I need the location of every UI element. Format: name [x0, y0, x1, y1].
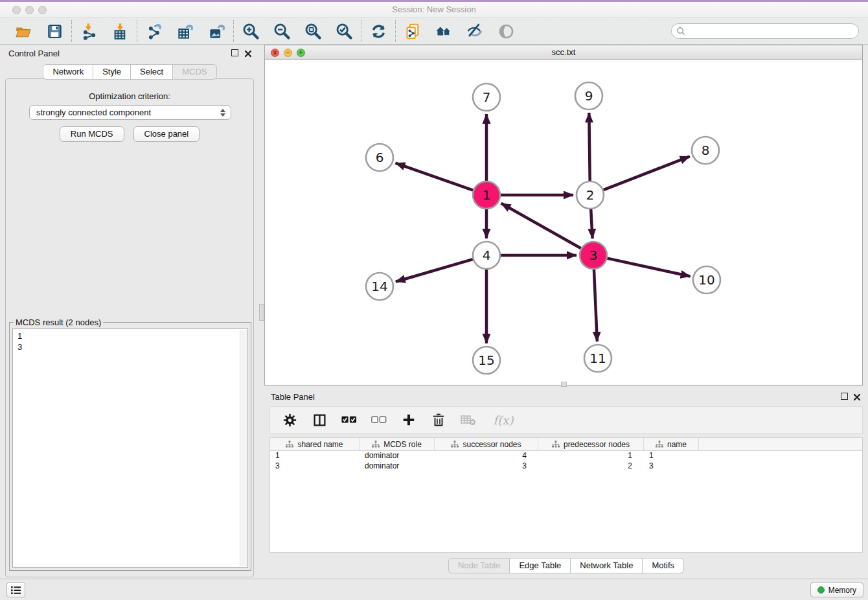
cell-shared-name[interactable]: 1	[270, 451, 360, 461]
tab-network[interactable]: Network	[43, 64, 93, 80]
edge-1-6[interactable]	[396, 163, 474, 190]
column-header-successor-nodes[interactable]: successor nodes	[435, 438, 538, 450]
cell-name[interactable]: 3	[644, 461, 699, 472]
zoom-in-button[interactable]	[242, 22, 260, 40]
function-builder-button[interactable]: f(x)	[490, 412, 516, 428]
refresh-button[interactable]	[369, 22, 387, 40]
edge-3-10[interactable]	[607, 259, 690, 277]
table-row[interactable]: 3dominator323	[270, 461, 862, 472]
edge-2-3[interactable]	[591, 209, 592, 238]
network-canvas[interactable]: 1234678910111415	[265, 60, 862, 385]
export-network-icon	[146, 23, 163, 40]
tab-motifs[interactable]: Motifs	[643, 558, 684, 573]
cell-predecessor-nodes[interactable]: 1	[538, 451, 644, 461]
node-6[interactable]: 6	[366, 144, 393, 171]
import-table-button[interactable]	[111, 22, 129, 40]
table-settings-button[interactable]	[282, 412, 297, 428]
eye-slash-icon	[466, 22, 484, 40]
import-network-button[interactable]	[80, 22, 98, 40]
node-14[interactable]: 14	[366, 273, 393, 300]
show-column-button[interactable]	[312, 412, 327, 428]
result-scrollbar[interactable]	[240, 330, 247, 566]
cell-shared-name[interactable]: 3	[270, 461, 360, 472]
node-7[interactable]: 7	[473, 84, 500, 111]
float-panel-icon[interactable]	[231, 49, 238, 56]
memory-button[interactable]: Memory	[810, 583, 863, 597]
mcds-result-group: MCDS result (2 nodes) 1 3	[9, 322, 251, 571]
task-list-icon	[10, 586, 21, 595]
tab-edge-table[interactable]: Edge Table	[510, 558, 571, 573]
table-panel-title: Table Panel	[271, 392, 315, 402]
delete-column-button[interactable]	[431, 412, 446, 428]
edge-4-14[interactable]	[396, 259, 473, 282]
close-panel-icon[interactable]	[244, 49, 252, 60]
gear-icon	[283, 413, 297, 427]
task-history-button[interactable]	[6, 583, 25, 597]
tab-mcds[interactable]: MCDS	[173, 64, 216, 80]
zoom-out-button[interactable]	[273, 22, 291, 40]
tab-style[interactable]: Style	[93, 64, 131, 80]
hierarchy-icon	[372, 441, 380, 448]
cell-predecessor-nodes[interactable]: 2	[538, 461, 644, 472]
search-container	[671, 23, 859, 39]
cell-mcds-role[interactable]: dominator	[360, 451, 435, 461]
export-table-icon	[177, 23, 194, 40]
network-overview-button[interactable]	[435, 22, 453, 40]
column-header-shared-name[interactable]: shared name	[270, 438, 360, 450]
cell-successor-nodes[interactable]: 4	[435, 451, 538, 461]
hierarchy-icon	[286, 441, 293, 448]
open-session-button[interactable]	[14, 22, 32, 40]
edge-2-9[interactable]	[589, 113, 589, 181]
svg-text:3: 3	[589, 248, 598, 263]
export-network-button[interactable]	[145, 22, 163, 40]
search-input[interactable]	[671, 23, 859, 39]
save-session-button[interactable]	[45, 22, 63, 40]
column-header-mcds-role[interactable]: MCDS role	[360, 438, 435, 450]
tab-network-table[interactable]: Network Table	[571, 558, 643, 573]
run-mcds-button[interactable]: Run MCDS	[60, 126, 124, 142]
export-image-button[interactable]	[207, 22, 225, 40]
zoom-fit-button[interactable]	[304, 22, 322, 40]
edge-3-11[interactable]	[594, 270, 597, 341]
column-header-name[interactable]: name	[644, 438, 699, 450]
cell-mcds-role[interactable]: dominator	[360, 461, 435, 472]
create-column-button[interactable]	[401, 412, 417, 428]
horizontal-splitter-handle[interactable]	[561, 382, 567, 387]
vertical-splitter-handle[interactable]	[259, 304, 264, 321]
column-header-predecessor-nodes[interactable]: predecessor nodes	[538, 438, 644, 450]
hide-panels-button[interactable]	[466, 22, 484, 40]
table-row[interactable]: 1dominator411	[270, 451, 862, 461]
tab-node-table[interactable]: Node Table	[448, 558, 510, 573]
node-1[interactable]: 1	[473, 181, 500, 209]
show-panels-button[interactable]	[497, 22, 515, 40]
checked-boxes-icon	[341, 415, 357, 424]
delete-table-button[interactable]	[461, 412, 476, 428]
cell-successor-nodes[interactable]: 3	[435, 461, 538, 472]
cell-name[interactable]: 1	[644, 451, 699, 461]
node-10[interactable]: 10	[693, 266, 720, 294]
zoom-selected-button[interactable]	[335, 22, 353, 40]
tab-select[interactable]: Select	[131, 64, 173, 80]
clone-network-button[interactable]	[404, 22, 422, 40]
node-2[interactable]: 2	[577, 181, 604, 209]
table-tabs: Node TableEdge TableNetwork TableMotifs	[264, 558, 868, 573]
export-table-button[interactable]	[176, 22, 194, 40]
node-8[interactable]: 8	[692, 137, 719, 164]
clone-network-icon	[404, 23, 422, 40]
node-3[interactable]: 3	[580, 242, 607, 269]
unselect-all-button[interactable]	[371, 412, 387, 428]
status-bar: Memory	[0, 579, 868, 600]
node-4[interactable]: 4	[473, 242, 500, 269]
close-panel-button[interactable]: Close panel	[133, 126, 200, 142]
node-15[interactable]: 15	[473, 347, 500, 374]
edge-3-1[interactable]	[501, 203, 581, 248]
svg-text:2: 2	[586, 187, 595, 203]
network-window-titlebar[interactable]: x − + scc.txt	[265, 45, 862, 60]
edge-2-8[interactable]	[604, 156, 690, 190]
table-close-panel-icon[interactable]	[853, 392, 861, 404]
node-9[interactable]: 9	[575, 82, 602, 110]
optimization-criterion-select[interactable]: strongly connected component	[29, 105, 231, 120]
node-11[interactable]: 11	[584, 345, 611, 372]
select-all-button[interactable]	[341, 412, 357, 428]
table-float-panel-icon[interactable]	[841, 393, 848, 400]
